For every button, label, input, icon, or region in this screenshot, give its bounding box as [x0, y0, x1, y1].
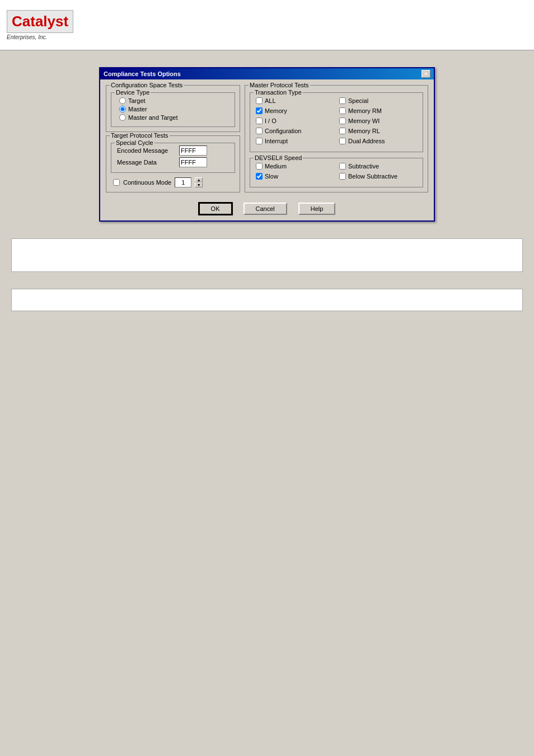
transaction-type-label: Transaction Type	[254, 89, 303, 96]
cb-memory-rl-input[interactable]	[339, 128, 346, 134]
cb-configuration[interactable]: Configuration	[256, 128, 334, 134]
radio-target-input[interactable]	[119, 97, 126, 104]
continuous-mode-checkbox[interactable]	[113, 179, 120, 186]
cb-all[interactable]: ALL	[256, 97, 334, 104]
cb-memory-rl-label: Memory RL	[348, 128, 380, 134]
cb-below-subtractive-input[interactable]	[339, 173, 346, 180]
special-cycle-label: Special Cycle	[115, 139, 154, 146]
cb-io-input[interactable]	[256, 118, 263, 124]
continuous-mode-input[interactable]	[175, 177, 191, 187]
cb-memory[interactable]: Memory	[256, 107, 334, 114]
cb-special-input[interactable]	[339, 97, 346, 104]
config-space-label: Configuration Space Tests	[110, 82, 184, 88]
device-type-group: Device Type Target Master	[111, 92, 235, 127]
logo-catalyst-text: Catalyst	[7, 10, 73, 33]
cb-memory-rm[interactable]: Memory RM	[339, 107, 417, 114]
cb-below-subtractive-label: Below Subtractive	[348, 173, 397, 180]
cb-interrupt[interactable]: Interrupt	[256, 138, 334, 144]
cb-subtractive-label: Subtractive	[348, 163, 379, 170]
help-button[interactable]: Help	[298, 203, 336, 215]
target-protocol-label: Target Protocol Tests	[110, 132, 170, 139]
cb-all-input[interactable]	[256, 97, 263, 104]
cb-configuration-input[interactable]	[256, 128, 263, 134]
left-panel: Configuration Space Tests Device Type Ta…	[106, 85, 240, 192]
cb-io-label: I / O	[265, 118, 277, 124]
cb-memory-rm-label: Memory RM	[348, 107, 382, 114]
master-protocol-group: Master Protocol Tests Transaction Type A…	[245, 85, 428, 192]
cb-dual-address[interactable]: Dual Address	[339, 138, 417, 144]
logo-sub-text: Enterprises, Inc.	[7, 34, 73, 40]
cb-dual-address-label: Dual Address	[348, 138, 385, 144]
devsel-speed-label: DEVSEL# Speed	[254, 154, 303, 161]
cb-interrupt-label: Interrupt	[265, 138, 288, 144]
target-protocol-group: Target Protocol Tests Special Cycle Enco…	[106, 135, 240, 192]
dialog-titlebar: Compliance Tests Options ×	[100, 68, 434, 79]
logo: Catalyst Enterprises, Inc.	[7, 10, 73, 40]
devsel-speed-group: DEVSEL# Speed Medium Subtractive	[250, 158, 423, 187]
device-type-radio-group: Target Master Master and Target	[115, 95, 231, 123]
device-type-label: Device Type	[115, 89, 151, 96]
cb-slow-input[interactable]	[256, 173, 263, 180]
cb-memory-wi-label: Memory WI	[348, 118, 380, 124]
cb-medium[interactable]: Medium	[256, 163, 334, 170]
radio-master-target-input[interactable]	[119, 114, 126, 121]
spin-down-button[interactable]: ▼	[195, 182, 203, 187]
continuous-mode-row: Continuous Mode ▲ ▼	[111, 177, 235, 187]
cb-special-label: Special	[348, 97, 368, 104]
dialog-buttons: OK Cancel Help	[100, 198, 434, 220]
cb-all-label: ALL	[265, 97, 276, 104]
bottom-panel-1	[11, 238, 523, 272]
ok-button[interactable]: OK	[199, 203, 232, 215]
spin-up-button[interactable]: ▲	[195, 177, 203, 182]
cb-memory-label: Memory	[265, 107, 287, 114]
radio-master-target-label: Master and Target	[128, 114, 177, 121]
main-content: Compliance Tests Options × Configuration…	[0, 50, 534, 322]
dialog-body: Configuration Space Tests Device Type Ta…	[100, 79, 434, 198]
cb-subtractive-input[interactable]	[339, 163, 346, 170]
message-data-label: Message Data	[117, 159, 176, 166]
radio-master-target[interactable]: Master and Target	[119, 114, 229, 121]
cb-memory-wi-input[interactable]	[339, 118, 346, 124]
radio-master[interactable]: Master	[119, 106, 229, 112]
cancel-button[interactable]: Cancel	[243, 203, 287, 215]
cb-memory-rm-input[interactable]	[339, 107, 346, 114]
dialog-close-button[interactable]: ×	[421, 70, 430, 78]
cb-slow[interactable]: Slow	[256, 173, 334, 180]
devsel-speed-grid: Medium Subtractive Slow	[254, 161, 419, 184]
config-space-group: Configuration Space Tests Device Type Ta…	[106, 85, 240, 132]
spinner-buttons: ▲ ▼	[195, 177, 203, 187]
cb-special[interactable]: Special	[339, 97, 417, 104]
cb-medium-label: Medium	[265, 163, 287, 170]
transaction-type-grid: ALL Special Memory	[254, 95, 419, 148]
message-data-input[interactable]	[179, 157, 207, 167]
radio-target[interactable]: Target	[119, 97, 229, 104]
cb-interrupt-input[interactable]	[256, 138, 263, 144]
master-protocol-label: Master Protocol Tests	[249, 82, 310, 88]
header: Catalyst Enterprises, Inc.	[0, 0, 534, 50]
cb-memory-wi[interactable]: Memory WI	[339, 118, 417, 124]
radio-master-label: Master	[128, 106, 147, 112]
continuous-mode-label: Continuous Mode	[123, 179, 171, 186]
bottom-panel-2	[11, 289, 523, 311]
dialog-title: Compliance Tests Options	[104, 71, 181, 77]
encoded-message-label: Encoded Message	[117, 147, 176, 154]
radio-master-input[interactable]	[119, 106, 126, 112]
encoded-message-row: Encoded Message	[115, 145, 231, 156]
cb-memory-rl[interactable]: Memory RL	[339, 128, 417, 134]
cb-dual-address-input[interactable]	[339, 138, 346, 144]
transaction-type-group: Transaction Type ALL Special	[250, 92, 423, 152]
compliance-tests-dialog: Compliance Tests Options × Configuration…	[99, 67, 435, 222]
right-panel: Master Protocol Tests Transaction Type A…	[245, 85, 428, 192]
cb-io[interactable]: I / O	[256, 118, 334, 124]
encoded-message-input[interactable]	[179, 145, 207, 156]
radio-target-label: Target	[128, 97, 146, 104]
cb-configuration-label: Configuration	[265, 128, 301, 134]
cb-slow-label: Slow	[265, 173, 278, 180]
special-cycle-group: Special Cycle Encoded Message Message Da…	[111, 143, 235, 173]
cb-medium-input[interactable]	[256, 163, 263, 170]
message-data-row: Message Data	[115, 157, 231, 167]
cb-memory-input[interactable]	[256, 107, 263, 114]
cb-subtractive[interactable]: Subtractive	[339, 163, 417, 170]
cb-below-subtractive[interactable]: Below Subtractive	[339, 173, 417, 180]
